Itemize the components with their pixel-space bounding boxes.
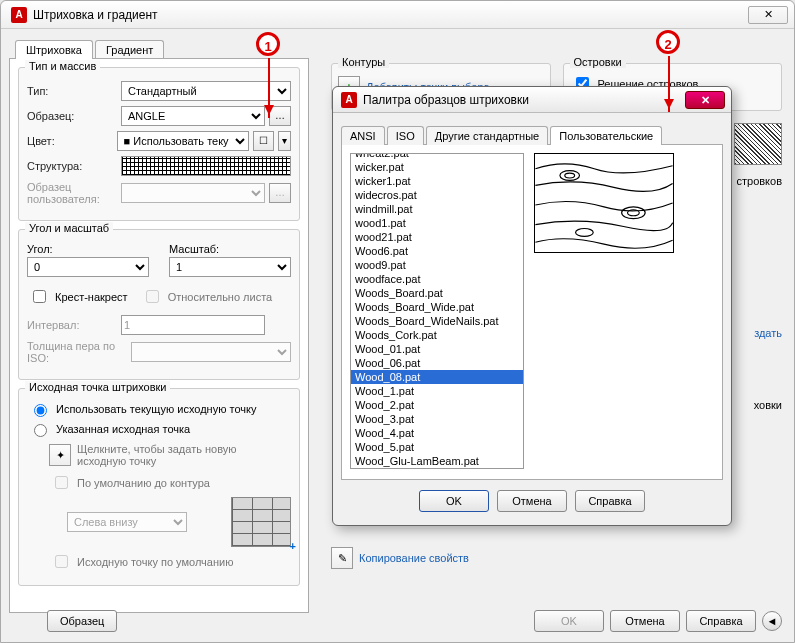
copy-props-link[interactable]: Копирование свойств (359, 552, 469, 564)
angle-label: Угол: (27, 243, 149, 255)
pattern-item[interactable]: windmill.pat (351, 202, 523, 216)
color-label: Цвет: (27, 135, 113, 147)
pattern-item[interactable]: Woods_Board_WideNails.pat (351, 314, 523, 328)
palette-tab-custom[interactable]: Пользовательские (550, 126, 662, 145)
callout-1-arrow (268, 58, 270, 118)
crosshatch-check[interactable]: Крест-накрест (29, 287, 128, 306)
pattern-item[interactable]: Wood_3.pat (351, 412, 523, 426)
ok-button-main: OK (534, 610, 604, 632)
custom-pattern-label: Образец пользователя: (27, 181, 117, 205)
palette-title: Палитра образцов штриховки (363, 93, 685, 107)
tab-hatch[interactable]: Штриховка (15, 40, 93, 59)
pattern-item[interactable]: wood21.pat (351, 230, 523, 244)
palette-buttons: OK Отмена Справка (341, 490, 723, 512)
rel-paper-check: Относительно листа (142, 287, 273, 306)
palette-ok-button[interactable]: OK (419, 490, 489, 512)
palette-help-button[interactable]: Справка (575, 490, 645, 512)
pattern-item[interactable]: Wood_5.pat (351, 440, 523, 454)
app-icon: A (11, 7, 27, 23)
pattern-item[interactable]: Wood_Glu-LamBeam.pat (351, 454, 523, 468)
default-boundary-check: По умолчанию до контура (51, 473, 291, 492)
pattern-item[interactable]: Wood_06.pat (351, 356, 523, 370)
boundaries-title: Контуры (338, 56, 389, 68)
copy-props-icon[interactable]: ✎ (331, 547, 353, 569)
store-default-check: Исходную точку по умолчанию (51, 552, 291, 571)
color-dropdown-button[interactable]: ▾ (278, 131, 291, 151)
structure-preview[interactable] (121, 156, 291, 176)
group-type: Тип и массив Тип: Стандартный Образец: A… (18, 67, 300, 221)
pattern-item[interactable]: Wood_1.pat (351, 384, 523, 398)
bottom-bar: OK Отмена Справка ◄ (534, 610, 782, 632)
islands-cut-text: стровков (734, 175, 782, 187)
pattern-item[interactable]: widecros.pat (351, 188, 523, 202)
origin-corner-select: Слева внизу (67, 512, 187, 532)
pattern-item[interactable]: Wood_01.pat (351, 342, 523, 356)
palette-dialog: A Палитра образцов штриховки ✕ ANSI ISO … (332, 86, 732, 526)
pattern-item[interactable]: Wood_2.pat (351, 398, 523, 412)
close-button[interactable]: ✕ (748, 6, 788, 24)
interval-input (121, 315, 265, 335)
pick-origin-hint: Щелкните, чтобы задать новую исходную то… (77, 443, 237, 467)
sample-button[interactable]: Образец (47, 610, 117, 632)
pattern-item[interactable]: Woods_Board_Wide.pat (351, 300, 523, 314)
pattern-item[interactable]: Wood_4.pat (351, 426, 523, 440)
isopen-select (131, 342, 291, 362)
palette-close-button[interactable]: ✕ (685, 91, 725, 109)
pattern-item[interactable]: wood9.pat (351, 258, 523, 272)
isopen-label: Толщина пера по ISO: (27, 340, 127, 364)
cancel-button-main[interactable]: Отмена (610, 610, 680, 632)
island-style-preview (734, 123, 782, 165)
pattern-item[interactable]: wheat2.pat (351, 153, 523, 160)
origin-specified-radio[interactable]: Указанная исходная точка (29, 421, 291, 437)
pattern-item[interactable]: Wood_08.pat (351, 370, 523, 384)
svg-rect-0 (535, 154, 672, 252)
group-origin: Исходная точка штриховки Использовать те… (18, 388, 300, 586)
palette-cancel-button[interactable]: Отмена (497, 490, 567, 512)
color-select[interactable]: ■ Использовать теку (117, 131, 249, 151)
palette-app-icon: A (341, 92, 357, 108)
pattern-item[interactable]: wicker1.pat (351, 174, 523, 188)
custom-pattern-select (121, 183, 265, 203)
interval-label: Интервал: (27, 319, 117, 331)
pattern-item[interactable]: woodface.pat (351, 272, 523, 286)
color-swatch-button[interactable]: ☐ (253, 131, 274, 151)
group-angle-title: Угол и масштаб (25, 222, 113, 234)
pattern-item[interactable]: Woods_Board.pat (351, 286, 523, 300)
scale-label: Масштаб: (169, 243, 291, 255)
hatch-cut-text: ховки (734, 399, 782, 411)
expand-button[interactable]: ◄ (762, 611, 782, 631)
palette-tab-other[interactable]: Другие стандартные (426, 126, 548, 145)
scale-select[interactable]: 1 (169, 257, 291, 277)
help-button-main[interactable]: Справка (686, 610, 756, 632)
group-angle-scale: Угол и масштаб Угол: 0 Масштаб: 1 Крест-… (18, 229, 300, 380)
origin-preview (231, 497, 291, 547)
callout-2-arrow (668, 56, 670, 112)
callout-2: 2 (656, 30, 680, 54)
group-type-title: Тип и массив (25, 60, 100, 72)
callout-1: 1 (256, 32, 280, 56)
custom-pattern-browse: … (269, 183, 291, 203)
pick-origin-icon: ✦ (49, 444, 71, 466)
palette-body: ANSI ISO Другие стандартные Пользователь… (333, 113, 731, 525)
type-select[interactable]: Стандартный (121, 81, 291, 101)
type-label: Тип: (27, 85, 117, 97)
pattern-item[interactable]: Woods_Cork.pat (351, 328, 523, 342)
palette-tab-ansi[interactable]: ANSI (341, 126, 385, 145)
pattern-item[interactable]: wood1.pat (351, 216, 523, 230)
create-cut-link[interactable]: здать (734, 327, 782, 339)
pattern-item[interactable]: Wood6.pat (351, 244, 523, 258)
pattern-item[interactable]: wicker.pat (351, 160, 523, 174)
angle-select[interactable]: 0 (27, 257, 149, 277)
pattern-select[interactable]: ANGLE (121, 106, 265, 126)
origin-current-radio[interactable]: Использовать текущую исходную точку (29, 401, 291, 417)
titlebar: A Штриховка и градиент ✕ (1, 1, 794, 29)
pattern-list[interactable]: wheat1.patwheat2.patwicker.patwicker1.pa… (350, 153, 524, 469)
pattern-label: Образец: (27, 110, 117, 122)
group-origin-title: Исходная точка штриховки (25, 381, 170, 393)
palette-content: wheat1.patwheat2.patwicker.patwicker1.pa… (341, 144, 723, 480)
tab-gradient[interactable]: Градиент (95, 40, 164, 59)
palette-tabs: ANSI ISO Другие стандартные Пользователь… (341, 125, 723, 144)
structure-label: Структура: (27, 160, 117, 172)
dialog-title: Штриховка и градиент (33, 8, 748, 22)
palette-tab-iso[interactable]: ISO (387, 126, 424, 145)
